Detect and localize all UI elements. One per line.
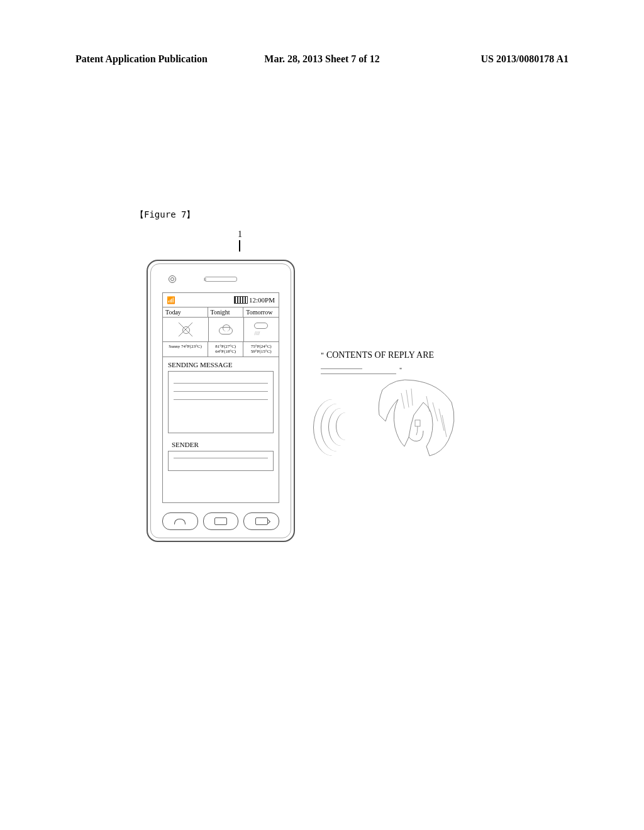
camera-icon [169,275,176,283]
phone-handset-icon [174,519,186,524]
person-head-drawing [332,377,458,465]
text-line-icon [174,399,268,400]
text-line-icon [174,383,268,384]
svg-rect-0 [415,420,420,426]
head-outline-icon [370,377,458,459]
quote-start: " [321,351,324,360]
text-line-icon [174,391,268,392]
nav-buttons-row [162,512,279,530]
weather-temp-tomorrow: 75°F(24°C) 59°F(15°C) [243,342,279,357]
blank-line-icon [321,368,362,369]
document-header: Patent Application Publication Mar. 28, … [75,53,569,65]
quote-end: " [399,367,402,374]
battery-icon [234,296,248,304]
weather-temp-today: Sunny 74°F(23°C) [163,342,208,357]
header-left: Patent Application Publication [75,53,208,65]
phone-device: 📶 12:00PM Today Tonight Tomorrow Sunny [147,260,295,542]
weather-label-today: Today [163,307,208,317]
phone-screen: 📶 12:00PM Today Tonight Tomorrow Sunny [162,292,279,503]
message-section: SENDING MESSAGE SENDER [163,357,279,477]
back-button[interactable] [243,512,279,530]
header-center: Mar. 28, 2013 Sheet 7 of 12 [264,53,379,65]
figure-label: 【Figure 7】 [135,209,195,221]
weather-icon-sunny [163,318,209,341]
phone-inner-frame: 📶 12:00PM Today Tonight Tomorrow Sunny [150,263,291,538]
weather-label-tonight: Tonight [208,307,244,317]
signal-icon: 📶 [167,296,175,304]
blank-line-icon [321,373,396,374]
sender-text-box[interactable] [168,451,274,471]
sender-heading: SENDER [172,441,274,448]
status-right: 12:00PM [234,296,275,304]
clock-time: 12:00PM [249,296,275,304]
weather-icon-cloudy [209,318,244,341]
text-line-icon [174,458,268,458]
reference-leader-line [239,240,240,252]
sending-message-heading: SENDING MESSAGE [168,361,274,368]
call-button[interactable] [162,512,198,530]
rectangle-icon [214,517,227,525]
weather-temp-tonight: 81°F(27°C) 64°F(18°C) [208,342,244,357]
weather-label-tomorrow: Tomorrow [243,307,279,317]
weather-icons-row [163,318,279,342]
message-text-box[interactable] [168,371,274,433]
weather-temps-row: Sunny 74°F(23°C) 81°F(27°C) 64°F(18°C) 7… [163,342,279,357]
header-right: US 2013/0080178 A1 [480,53,569,65]
reference-number: 1 [238,230,242,240]
weather-labels-row: Today Tonight Tomorrow [163,307,279,318]
weather-icon-rain [244,318,279,341]
reply-text: CONTENTS OF REPLY ARE [326,350,434,360]
home-button[interactable] [203,512,239,530]
speaker-grill-icon [204,277,237,282]
rectangle-tail-icon [255,517,268,525]
reply-section: " CONTENTS OF REPLY ARE " [321,349,484,374]
status-bar: 📶 12:00PM [163,293,279,307]
